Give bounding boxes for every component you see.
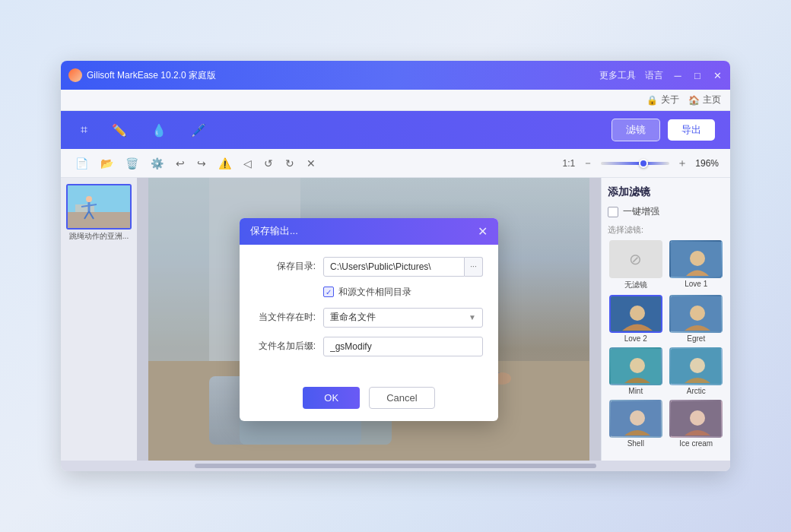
undo-btn[interactable]: ↩ — [173, 156, 188, 171]
filter-item-love2[interactable]: Love 2 — [608, 295, 664, 343]
more-tools-btn[interactable]: 更多工具 — [599, 69, 636, 82]
thumbnail-image — [66, 184, 132, 230]
filter-btn[interactable]: 滤镜 — [612, 119, 660, 141]
lock-icon: 🔒 — [646, 95, 658, 106]
canvas-image: 保存输出... ✕ 保存目录: ··· — [148, 178, 589, 461]
home-label: 主页 — [703, 93, 721, 106]
filter-item-icecream[interactable]: Ice cream — [669, 400, 725, 448]
zoom-ratio-label: 1:1 — [563, 158, 576, 169]
filter-thumb-shell-svg — [611, 401, 662, 438]
filter-name-mint: Mint — [628, 387, 643, 395]
zoom-out-btn[interactable]: － — [580, 155, 596, 172]
zoom-area: 1:1 － ＋ 196% — [563, 155, 719, 172]
horizontal-scrollbar[interactable] — [195, 464, 596, 468]
filter-item-egret[interactable]: Egret — [669, 295, 725, 343]
save-dir-label: 保存目录: — [255, 260, 316, 273]
same-dir-row: ✓ 和源文件相同目录 — [323, 286, 483, 299]
dialog-overlay: 保存输出... ✕ 保存目录: ··· — [148, 178, 589, 461]
filter-thumb-shell — [609, 400, 662, 438]
svg-point-30 — [630, 306, 645, 321]
suffix-input[interactable] — [323, 337, 483, 356]
zoom-in-btn[interactable]: ＋ — [674, 155, 691, 172]
export-btn[interactable]: 导出 — [668, 119, 715, 141]
conflict-value: 重命名文件 — [330, 311, 376, 324]
titlebar-nav: 🔒 关于 🏠 主页 — [61, 90, 730, 111]
same-dir-label: 和源文件相同目录 — [338, 286, 411, 299]
flip-btn[interactable]: ◁ — [240, 156, 255, 171]
ok-btn[interactable]: OK — [303, 387, 360, 409]
filter-item-arctic[interactable]: Arctic — [669, 347, 725, 395]
minimize-btn[interactable]: ─ — [672, 70, 683, 81]
brush-tool-btn[interactable]: ✏️ — [107, 120, 132, 141]
maximize-btn[interactable]: □ — [692, 70, 703, 81]
checkmark-icon: ✓ — [326, 288, 332, 296]
thumbnail-item[interactable]: 跳绳动作的亚洲... — [66, 184, 132, 242]
zoom-slider[interactable] — [601, 162, 669, 165]
app-window: Gilisoft MarkEase 10.2.0 家庭版 更多工具 语言 ─ □… — [61, 61, 730, 471]
same-dir-checkbox[interactable]: ✓ — [323, 287, 334, 297]
right-panel: 添加滤镜 一键增强 选择滤镜: ⊘ 无滤镜 — [601, 178, 730, 461]
filter-item-love1[interactable]: Love 1 — [669, 240, 725, 290]
zoom-slider-thumb[interactable] — [639, 159, 648, 168]
filter-item-none[interactable]: ⊘ 无滤镜 — [608, 240, 664, 290]
filter-thumb-icecream — [669, 400, 723, 438]
save-dialog: 保存输出... ✕ 保存目录: ··· — [240, 218, 498, 421]
undo2-btn[interactable]: ↪ — [194, 156, 209, 171]
canvas-area[interactable]: 保存输出... ✕ 保存目录: ··· — [137, 178, 601, 461]
close2-btn[interactable]: ✕ — [303, 156, 319, 171]
one-click-enhance-row: 一键增强 — [608, 205, 724, 218]
filter-panel-title: 添加滤镜 — [608, 185, 724, 199]
crop-tool-btn[interactable]: ⌗ — [76, 120, 92, 140]
about-nav-item[interactable]: 🔒 关于 — [646, 93, 679, 106]
filter-name-love2: Love 2 — [624, 334, 647, 343]
svg-point-32 — [690, 306, 705, 321]
svg-point-36 — [690, 358, 705, 373]
suffix-label: 文件名加后缀: — [255, 340, 316, 353]
close-btn[interactable]: ✕ — [712, 70, 723, 81]
dialog-title: 保存输出... — [250, 224, 298, 238]
open-btn[interactable]: 📂 — [97, 156, 116, 171]
main-toolbar: ⌗ ✏️ 💧 🖊️ 滤镜 导出 — [61, 111, 730, 149]
filter-thumb-none: ⊘ — [609, 240, 662, 278]
one-click-checkbox[interactable] — [608, 207, 618, 217]
app-logo-icon — [68, 68, 82, 82]
warn-btn[interactable]: ⚠️ — [215, 156, 234, 171]
filter-thumb-arctic-svg — [671, 349, 723, 385]
filter-thumb-egret — [669, 295, 723, 333]
no-filter-icon: ⊘ — [629, 250, 642, 268]
dialog-close-btn[interactable]: ✕ — [478, 224, 488, 239]
cancel-btn[interactable]: Cancel — [369, 387, 434, 409]
rotate-left-btn[interactable]: ↺ — [261, 156, 276, 171]
chevron-down-icon: ▼ — [469, 313, 476, 321]
filter-grid: ⊘ 无滤镜 Love 1 — [608, 240, 724, 448]
save-dir-row: 保存目录: ··· — [255, 257, 483, 277]
left-panel: 跳绳动作的亚洲... — [61, 178, 137, 461]
dialog-title-bar: 保存输出... ✕ — [240, 218, 498, 245]
filter-thumb-mint-svg — [611, 349, 662, 385]
one-click-label: 一键增强 — [623, 205, 659, 218]
toolbar-tools: ⌗ ✏️ 💧 🖊️ — [76, 120, 596, 141]
filter2-btn[interactable]: ⚙️ — [148, 156, 167, 171]
language-btn[interactable]: 语言 — [645, 69, 663, 82]
delete-btn[interactable]: 🗑️ — [122, 156, 141, 171]
svg-point-3 — [86, 196, 92, 202]
filter-thumb-love2-svg — [611, 296, 662, 333]
rotate-right-btn[interactable]: ↻ — [282, 156, 297, 171]
main-content: 跳绳动作的亚洲... — [61, 178, 730, 461]
pen-tool-btn[interactable]: 🖊️ — [186, 120, 211, 141]
filter-name-love1: Love 1 — [685, 280, 707, 288]
effect-tool-btn[interactable]: 💧 — [147, 120, 171, 141]
filter-item-mint[interactable]: Mint — [608, 347, 664, 395]
svg-point-40 — [690, 410, 705, 426]
browse-btn[interactable]: ··· — [465, 257, 483, 277]
home-nav-item[interactable]: 🏠 主页 — [688, 93, 721, 106]
filter-item-shell[interactable]: Shell — [608, 400, 664, 448]
conflict-select[interactable]: 重命名文件 ▼ — [323, 308, 483, 328]
svg-point-38 — [630, 410, 645, 426]
filter-thumb-love1 — [669, 240, 723, 278]
new-btn[interactable]: 📄 — [72, 156, 91, 171]
save-dir-input[interactable] — [323, 257, 465, 277]
filter-thumb-egret-svg — [671, 296, 723, 333]
home-icon: 🏠 — [688, 95, 700, 106]
svg-point-34 — [630, 358, 645, 373]
